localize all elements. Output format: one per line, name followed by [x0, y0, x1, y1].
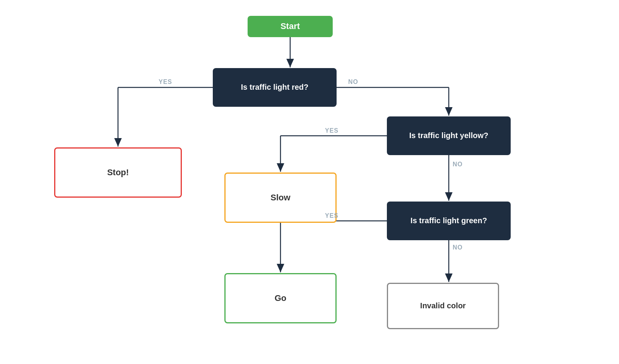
go-node: Go [224, 273, 337, 323]
stop-label: Stop! [107, 167, 129, 178]
traffic-yellow-label: Is traffic light yellow? [409, 131, 488, 140]
traffic-red-node: Is traffic light red? [213, 68, 337, 107]
start-label: Start [280, 21, 300, 31]
stop-node: Stop! [54, 147, 182, 198]
label-yes3: YES [325, 212, 339, 219]
slow-node: Slow [224, 173, 337, 223]
label-no2: NO [453, 161, 463, 168]
start-node: Start [248, 16, 333, 37]
go-label: Go [275, 293, 287, 303]
label-no3: NO [453, 244, 463, 251]
traffic-red-label: Is traffic light red? [241, 83, 308, 92]
traffic-yellow-node: Is traffic light yellow? [387, 116, 511, 155]
invalid-node: Invalid color [387, 283, 499, 329]
slow-label: Slow [270, 193, 290, 203]
label-yes1: YES [159, 79, 172, 85]
traffic-green-node: Is traffic light green? [387, 202, 511, 240]
invalid-label: Invalid color [420, 301, 466, 310]
label-yes2: YES [325, 127, 339, 134]
flowchart: Start Is traffic light red? Stop! Is tra… [39, 12, 580, 352]
label-no1: NO [348, 79, 358, 85]
traffic-green-label: Is traffic light green? [410, 216, 487, 225]
